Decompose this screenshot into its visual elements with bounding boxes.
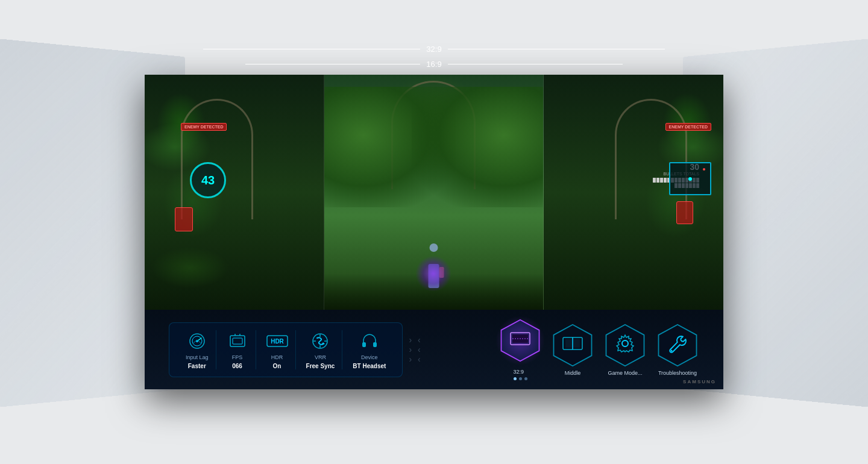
ratio-32-line-right: [448, 49, 665, 49]
ratio-32-line: 32:9: [203, 45, 664, 54]
stat-value-input-lag: Faster: [188, 363, 206, 369]
tv-frame: 32:9 16:9: [145, 75, 723, 389]
ratio-32-line-left: [203, 49, 420, 49]
menu-item-middle[interactable]: Middle: [551, 324, 594, 376]
stat-label-fps: FPS: [232, 354, 243, 360]
menu-label-troubleshooting: Troubleshooting: [658, 370, 697, 376]
enemy-indicator-right: ENEMY DETECTED: [665, 123, 711, 131]
menu-item-ratio[interactable]: 32:9: [498, 319, 542, 380]
svg-rect-12: [362, 342, 366, 347]
stat-label-device: Device: [361, 354, 378, 360]
menu-label-game-mode: Game Mode...: [608, 370, 642, 376]
fps-icon: [227, 330, 248, 352]
fps-counter: 43: [190, 162, 226, 198]
wrench-icon: [668, 334, 687, 357]
stat-hdr: HDR HDR On: [259, 330, 296, 369]
game-panel-left: ENEMY DETECTED 43: [145, 75, 324, 310]
speedometer-icon: [186, 330, 208, 352]
dots-ratio: [514, 377, 527, 380]
game-hud: Input Lag Faster FP: [145, 310, 723, 389]
samsung-logo: SAMSUNG: [683, 379, 716, 384]
menu-label-ratio: 32:9: [514, 369, 524, 375]
minimap: [669, 162, 711, 195]
stats-section: Input Lag Faster FP: [169, 322, 403, 377]
ratio-16-line: 16:9: [245, 60, 622, 69]
menu-section: 32:9: [498, 319, 711, 380]
enemy-indicator-left: ENEMY DETECTED: [181, 123, 227, 131]
tv-screen: ENEMY DETECTED 43: [145, 75, 723, 389]
menu-item-troubleshooting[interactable]: Troubleshooting: [656, 324, 699, 376]
ratio-16-line-left: [245, 64, 420, 64]
stat-device: Device BT Headset: [345, 330, 393, 369]
separator-arrows: ›››: [409, 335, 412, 364]
svg-marker-11: [321, 342, 325, 345]
svg-point-25: [671, 350, 673, 351]
gear-icon: [615, 334, 635, 357]
middle-icon: [562, 335, 583, 356]
menu-label-middle: Middle: [565, 370, 581, 376]
game-panel-right: ENEMY DETECTED 30 BULLETS TOTALS: [544, 75, 723, 310]
svg-point-23: [622, 340, 628, 346]
game-panel-mid: [324, 75, 544, 310]
separator-arrows-2: ‹‹‹: [418, 335, 421, 364]
ratio-labels: 32:9 16:9: [145, 45, 723, 69]
svg-rect-13: [373, 342, 377, 347]
svg-text:HDR: HDR: [271, 338, 284, 345]
ratio-icon: [510, 330, 530, 351]
hdr-icon: HDR: [266, 330, 288, 352]
stat-value-device: BT Headset: [353, 363, 386, 369]
svg-rect-5: [233, 338, 242, 344]
stat-label-hdr: HDR: [271, 354, 283, 360]
ratio-16-label: 16:9: [426, 60, 441, 69]
menu-item-game-mode[interactable]: Game Mode...: [603, 324, 647, 376]
stat-value-vrr: Free Sync: [306, 363, 335, 369]
ratio-32-label: 32:9: [426, 45, 441, 54]
stat-label-input-lag: Input Lag: [186, 354, 209, 360]
ratio-16-line-right: [448, 64, 623, 64]
headset-icon: [359, 330, 380, 352]
scene-wrapper: 32:9 16:9: [0, 0, 868, 464]
vrr-icon: [309, 330, 331, 352]
stat-value-hdr: On: [273, 363, 281, 369]
stat-vrr: VRR Free Sync: [299, 330, 343, 369]
stat-fps: FPS 066: [219, 330, 256, 369]
stat-input-lag: Input Lag Faster: [178, 330, 216, 369]
game-scene: ENEMY DETECTED 43: [145, 75, 723, 310]
stat-label-vrr: VRR: [315, 354, 326, 360]
stat-value-fps: 066: [232, 363, 242, 369]
